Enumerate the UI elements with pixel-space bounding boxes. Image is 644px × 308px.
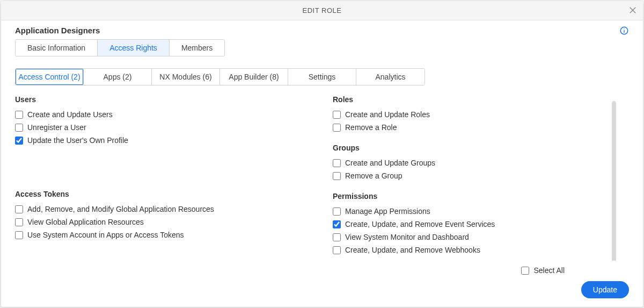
- top-tab-access-rights[interactable]: Access Rights: [98, 40, 170, 56]
- perm-group-title: Roles: [333, 95, 629, 104]
- perm-label: Create, Update, and Remove Webhooks: [345, 246, 480, 254]
- perm-item[interactable]: View System Monitor and Dashboard: [333, 231, 629, 243]
- perm-checkbox[interactable]: [15, 218, 23, 226]
- perm-checkbox[interactable]: [15, 111, 23, 119]
- perm-label: Create and Update Roles: [345, 110, 430, 119]
- modal-header: EDIT ROLE: [1, 1, 643, 20]
- modal-body: Application Designers Basic InformationA…: [1, 20, 643, 261]
- sub-tab-settings[interactable]: Settings: [288, 69, 356, 85]
- perm-checkbox[interactable]: [333, 246, 341, 254]
- perm-checkbox[interactable]: [333, 124, 341, 132]
- perm-checkbox[interactable]: [333, 233, 341, 241]
- select-all-row[interactable]: Select All: [521, 266, 565, 275]
- perm-label: Remove a Role: [345, 123, 397, 132]
- perm-group-users: UsersCreate and Update UsersUnregister a…: [15, 95, 311, 147]
- perm-label: Add, Remove, and Modify Global Applicati…: [27, 205, 214, 213]
- top-tab-basic-information[interactable]: Basic Information: [16, 40, 98, 56]
- scrollbar[interactable]: [612, 101, 616, 261]
- permissions-grid: UsersCreate and Update UsersUnregister a…: [15, 93, 629, 261]
- perm-group-permissions: PermissionsManage App PermissionsCreate,…: [333, 192, 629, 256]
- close-icon[interactable]: [628, 5, 638, 15]
- perm-checkbox[interactable]: [333, 159, 341, 167]
- perm-label: Manage App Permissions: [345, 207, 430, 216]
- perm-label: Remove a Group: [345, 171, 402, 180]
- perm-item[interactable]: Update the User's Own Profile: [15, 134, 311, 147]
- select-all-label: Select All: [533, 266, 565, 275]
- perm-label: Unregister a User: [27, 123, 86, 132]
- perm-label: Create, Update, and Remove Event Service…: [345, 220, 495, 228]
- perm-checkbox[interactable]: [15, 231, 23, 239]
- perm-label: View Global Application Resources: [27, 218, 144, 226]
- perm-item[interactable]: Manage App Permissions: [333, 205, 629, 218]
- perm-checkbox[interactable]: [333, 207, 341, 216]
- perm-item[interactable]: Create and Update Groups: [333, 156, 629, 169]
- perm-group-title: Groups: [333, 144, 629, 152]
- sub-tab-apps-2-[interactable]: Apps (2): [84, 69, 152, 85]
- sub-tabs: Access Control (2)Apps (2)NX Modules (6)…: [15, 68, 425, 85]
- sub-tab-app-builder-8-[interactable]: App Builder (8): [220, 69, 288, 85]
- perm-item[interactable]: Unregister a User: [15, 121, 311, 134]
- top-tabs: Basic InformationAccess RightsMembers: [15, 39, 225, 56]
- perm-item[interactable]: View Global Application Resources: [15, 216, 311, 228]
- select-all-checkbox[interactable]: [521, 267, 529, 275]
- role-name: Application Designers: [15, 26, 629, 35]
- perm-item[interactable]: Remove a Role: [333, 121, 629, 134]
- perm-checkbox[interactable]: [333, 220, 341, 228]
- perm-label: View System Monitor and Dashboard: [345, 233, 469, 241]
- perm-group-title: Users: [15, 95, 311, 104]
- perm-group-title: Permissions: [333, 192, 629, 200]
- perm-checkbox[interactable]: [15, 137, 23, 145]
- perm-checkbox[interactable]: [15, 124, 23, 132]
- sub-tab-access-control-2-[interactable]: Access Control (2): [16, 69, 84, 85]
- perm-item[interactable]: Create and Update Users: [15, 108, 311, 121]
- perm-label: Create and Update Users: [27, 110, 113, 119]
- perm-label: Use System Account in Apps or Access Tok…: [27, 231, 184, 239]
- update-button[interactable]: Update: [581, 281, 629, 298]
- perm-checkbox[interactable]: [333, 172, 341, 180]
- sub-tab-nx-modules-6-[interactable]: NX Modules (6): [152, 69, 220, 85]
- perm-item[interactable]: Create and Update Roles: [333, 108, 629, 121]
- perm-group-roles: RolesCreate and Update RolesRemove a Rol…: [333, 95, 629, 134]
- perm-group-groups: GroupsCreate and Update GroupsRemove a G…: [333, 144, 629, 182]
- perm-checkbox[interactable]: [15, 205, 23, 213]
- svg-point-4: [624, 28, 625, 30]
- left-column: UsersCreate and Update UsersUnregister a…: [15, 93, 311, 261]
- top-tab-members[interactable]: Members: [170, 40, 224, 56]
- modal-footer: Select All Update: [1, 261, 643, 307]
- info-icon[interactable]: [619, 26, 629, 35]
- perm-item[interactable]: Use System Account in Apps or Access Tok…: [15, 228, 311, 241]
- edit-role-modal: EDIT ROLE Application Designers Basic In…: [1, 1, 643, 307]
- perm-item[interactable]: Create, Update, and Remove Webhooks: [333, 243, 629, 256]
- sub-tab-analytics[interactable]: Analytics: [356, 69, 425, 85]
- modal-title: EDIT ROLE: [303, 6, 342, 15]
- perm-label: Create and Update Groups: [345, 159, 435, 167]
- perm-checkbox[interactable]: [333, 111, 341, 119]
- perm-item[interactable]: Create, Update, and Remove Event Service…: [333, 218, 629, 231]
- perm-group-title: Access Tokens: [15, 190, 311, 198]
- right-column: RolesCreate and Update RolesRemove a Rol…: [333, 93, 629, 261]
- perm-label: Update the User's Own Profile: [27, 136, 128, 145]
- perm-item[interactable]: Remove a Group: [333, 169, 629, 182]
- perm-item[interactable]: Add, Remove, and Modify Global Applicati…: [15, 203, 311, 216]
- perm-group-access-tokens: Access TokensAdd, Remove, and Modify Glo…: [15, 190, 311, 241]
